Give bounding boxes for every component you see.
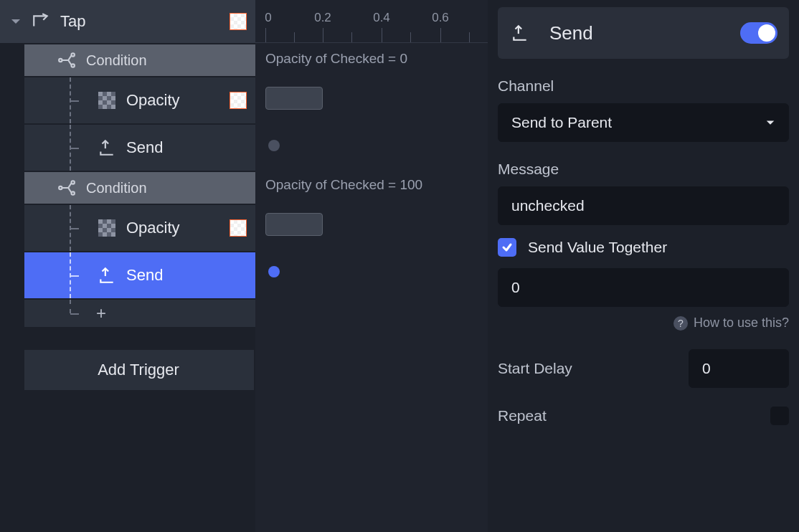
action-enabled-toggle[interactable] [740,22,777,44]
action-label: Opacity [126,91,230,110]
action-label: Send [126,266,247,285]
target-swatch[interactable] [230,92,247,109]
action-row-send[interactable]: Send [24,125,255,171]
timeline-marker-active[interactable] [268,266,280,277]
repeat-checkbox[interactable] [770,407,789,425]
condition-label: Condition [86,52,247,69]
collapse-icon[interactable] [7,16,24,27]
ruler-tick-label: 0.4 [373,11,390,25]
action-row-send-selected[interactable]: Send [24,252,255,298]
condition-summary-text: Opacity of Checked = 100 [265,177,422,193]
send-value-together-label: Send Value Together [528,239,667,256]
timeline-track-send-selected[interactable] [255,248,488,295]
timeline-clip[interactable] [265,87,323,110]
condition-summary-text: Opacity of Checked = 0 [265,51,407,67]
timeline-track-send[interactable] [255,122,488,169]
timeline-marker[interactable] [268,140,280,151]
ruler-tick-label: 0 [265,11,271,25]
send-icon [96,265,118,286]
message-input[interactable]: unchecked [498,186,789,225]
opacity-icon [96,90,118,111]
condition-row[interactable]: Condition [24,172,255,204]
timeline-condition-summary: Opacity of Checked = 0 [255,43,488,75]
timeline-track-opacity[interactable] [255,201,488,248]
inspector-panel: Send Channel Send to Parent Message unch… [488,0,799,532]
action-row-opacity[interactable]: Opacity [24,77,255,123]
start-delay-label: Start Delay [498,360,572,377]
help-link[interactable]: ? How to use this? [498,315,789,331]
svg-point-3 [59,186,62,189]
chevron-down-icon [765,114,775,131]
opacity-icon [96,217,118,239]
channel-label: Channel [498,77,789,95]
trigger-label: Tap [60,12,230,31]
branch-icon [56,177,77,199]
start-delay-field: Start Delay 0 [498,349,789,388]
timeline-clip[interactable] [265,213,323,236]
repeat-field: Repeat [498,407,789,425]
target-swatch[interactable] [230,219,247,237]
action-row-opacity[interactable]: Opacity [24,205,255,251]
timeline-condition-summary: Opacity of Checked = 100 [255,169,488,201]
inspector-title: Send [549,22,593,44]
svg-point-0 [59,59,62,62]
tap-icon [30,11,52,32]
value-input[interactable]: 0 [498,268,789,307]
inspector-header: Send [498,7,789,59]
svg-point-2 [72,64,75,67]
condition-label: Condition [86,180,247,196]
timeline-track-opacity[interactable] [255,75,488,122]
action-label: Opacity [126,219,230,237]
timeline-panel: 0 0.2 0.4 0.6 Opacity of Checked = 0 Opa… [255,0,488,532]
channel-field: Channel Send to Parent [498,77,789,142]
help-icon: ? [673,316,688,331]
value-text: 0 [511,279,520,296]
message-label: Message [498,161,789,178]
target-swatch[interactable] [230,13,247,30]
message-value: unchecked [511,197,585,214]
condition-row[interactable]: Condition [24,44,255,76]
action-label: Send [126,138,247,157]
send-value-together-checkbox[interactable] [498,238,516,257]
trigger-row-tap[interactable]: Tap [0,0,255,43]
channel-value: Send to Parent [511,114,612,131]
send-icon [96,137,118,158]
ruler-tick-label: 0.6 [432,11,449,25]
help-label: How to use this? [694,315,789,331]
repeat-label: Repeat [498,407,547,424]
ruler-tick-label: 0.2 [314,11,331,25]
add-action-row[interactable]: + [24,300,255,327]
svg-point-1 [72,53,75,56]
trigger-tree-panel: Tap Condition Opacity Send [0,0,255,532]
branch-icon [56,49,77,71]
start-delay-value: 0 [702,360,711,377]
send-icon [509,22,531,44]
add-trigger-button[interactable]: Add Trigger [24,350,254,390]
start-delay-input[interactable]: 0 [689,349,789,388]
timeline-ruler[interactable]: 0 0.2 0.4 0.6 [255,0,488,43]
channel-select[interactable]: Send to Parent [498,103,789,142]
add-trigger-label: Add Trigger [98,361,179,379]
message-field: Message unchecked Send Value Together 0 … [498,161,789,331]
